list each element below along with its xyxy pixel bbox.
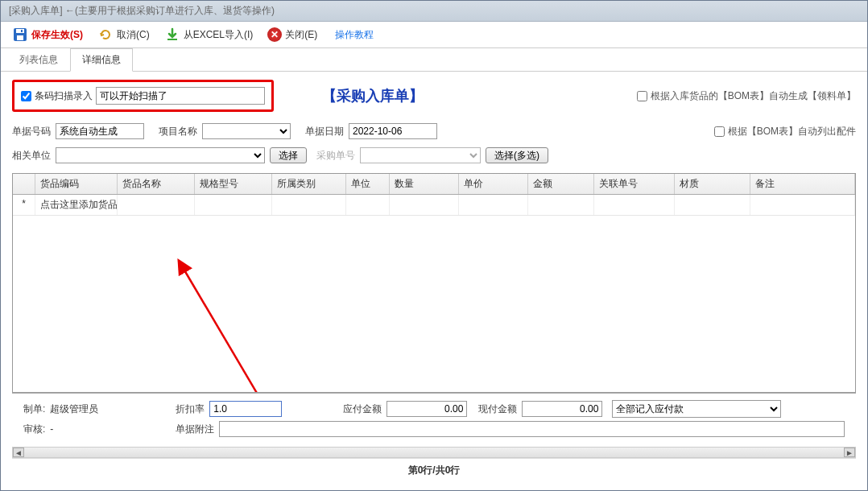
bom-gen-checkbox[interactable] — [637, 91, 647, 101]
grid-new-row[interactable]: * 点击这里添加货品 — [13, 195, 855, 216]
maker-label: 制单: — [23, 402, 45, 416]
discount-label: 折扣率 — [176, 402, 205, 416]
col-amount[interactable]: 金额 — [528, 174, 594, 194]
cash-input[interactable] — [522, 401, 602, 417]
date-input[interactable] — [349, 123, 437, 139]
svg-rect-1 — [16, 29, 24, 33]
audit-value: - — [50, 423, 171, 435]
tab-list-info[interactable]: 列表信息 — [7, 48, 70, 72]
svg-rect-2 — [17, 35, 23, 40]
scroll-left-icon[interactable]: ◄ — [13, 448, 24, 457]
close-icon: ✕ — [267, 27, 282, 42]
summary-bar: 第0行/共0行 — [12, 458, 856, 482]
toolbar: 保存生效(S) 取消(C) 从EXCEL导入(I) ✕ 关闭(E) 操作教程 — [1, 22, 867, 48]
bom-list-check[interactable]: 根据【BOM表】自动列出配件 — [714, 125, 856, 138]
items-grid: 货品编码 货品名称 规格型号 所属类别 单位 数量 单价 金额 关联单号 材质 … — [12, 173, 856, 393]
discount-input[interactable] — [209, 401, 282, 417]
barcode-scan-checkbox[interactable] — [21, 91, 31, 101]
cancel-label: 取消(C) — [117, 28, 150, 42]
grid-header-row: 货品编码 货品名称 规格型号 所属类别 单位 数量 单价 金额 关联单号 材质 … — [13, 174, 855, 195]
window-title: [采购入库单] ←(主要用于根据采购订单进行入库、退货等操作) — [1, 1, 867, 22]
svg-line-5 — [184, 269, 287, 393]
col-price[interactable]: 单价 — [459, 174, 528, 194]
col-spec[interactable]: 规格型号 — [195, 174, 272, 194]
save-label: 保存生效(S) — [31, 28, 83, 42]
close-button[interactable]: ✕ 关闭(E) — [262, 26, 322, 43]
tutorial-link[interactable]: 操作教程 — [335, 28, 374, 42]
project-select[interactable] — [202, 123, 291, 139]
pay-option-select[interactable]: 全部记入应付款 — [612, 400, 781, 418]
remark-input[interactable] — [219, 421, 845, 437]
import-label: 从EXCEL导入(I) — [184, 28, 254, 42]
svg-rect-4 — [167, 39, 177, 40]
col-category[interactable]: 所属类别 — [272, 174, 346, 194]
unit-select[interactable] — [56, 147, 265, 163]
bom-list-label: 根据【BOM表】自动列出配件 — [728, 125, 856, 138]
col-star — [13, 174, 35, 194]
project-label: 项目名称 — [159, 125, 197, 138]
import-button[interactable]: 从EXCEL导入(I) — [159, 25, 258, 44]
annotation-arrow — [174, 254, 335, 393]
col-material[interactable]: 材质 — [675, 174, 750, 194]
col-unit[interactable]: 单位 — [346, 174, 390, 194]
svg-rect-3 — [21, 30, 23, 32]
tab-detail-info[interactable]: 详细信息 — [70, 48, 133, 72]
bom-list-checkbox[interactable] — [714, 126, 725, 137]
undo-icon — [97, 27, 114, 43]
po-label: 采购单号 — [316, 149, 355, 163]
col-code[interactable]: 货品编码 — [35, 174, 118, 194]
save-icon — [12, 27, 28, 43]
horizontal-scrollbar[interactable]: ◄ ► — [12, 447, 856, 458]
payable-input — [386, 401, 467, 417]
col-name[interactable]: 货品名称 — [118, 174, 195, 194]
new-row-star: * — [13, 195, 35, 215]
form-title: 【采购入库单】 — [322, 86, 424, 105]
col-qty[interactable]: 数量 — [390, 174, 459, 194]
barcode-scan-box: 条码扫描录入 — [12, 80, 274, 112]
payable-label: 应付金额 — [343, 402, 382, 416]
cash-label: 现付金额 — [478, 402, 517, 416]
new-row-placeholder[interactable]: 点击这里添加货品 — [35, 195, 118, 215]
date-label: 单据日期 — [305, 125, 344, 138]
close-label: 关闭(E) — [285, 28, 317, 42]
bom-gen-check[interactable]: 根据入库货品的【BOM表】自动生成【领料单】 — [637, 89, 856, 103]
cancel-button[interactable]: 取消(C) — [93, 25, 155, 44]
save-button[interactable]: 保存生效(S) — [7, 25, 88, 44]
remark-label: 单据附注 — [176, 423, 214, 436]
barcode-scan-label: 条码扫描录入 — [35, 89, 93, 103]
footer: 制单: 超级管理员 折扣率 应付金额 现付金额 全部记入应付款 审核: - 单据… — [12, 393, 856, 444]
doc-no-label: 单据号码 — [12, 125, 51, 138]
col-remark[interactable]: 备注 — [750, 174, 855, 194]
scroll-right-icon[interactable]: ► — [844, 448, 855, 457]
unit-select-button[interactable]: 选择 — [270, 147, 307, 163]
po-select — [360, 147, 481, 163]
po-select-multi-button[interactable]: 选择(多选) — [486, 147, 548, 163]
download-arrow-icon — [164, 27, 180, 43]
content-area: 条码扫描录入 【采购入库单】 根据入库货品的【BOM表】自动生成【领料单】 单据… — [1, 72, 867, 490]
bom-gen-label: 根据入库货品的【BOM表】自动生成【领料单】 — [651, 89, 856, 103]
maker-value: 超级管理员 — [50, 402, 171, 416]
barcode-scan-input[interactable] — [96, 87, 265, 105]
unit-label: 相关单位 — [12, 149, 51, 163]
tabs: 列表信息 详细信息 — [1, 48, 867, 72]
doc-no-input — [56, 123, 144, 139]
col-refno[interactable]: 关联单号 — [594, 174, 675, 194]
audit-label: 审核: — [23, 423, 45, 436]
